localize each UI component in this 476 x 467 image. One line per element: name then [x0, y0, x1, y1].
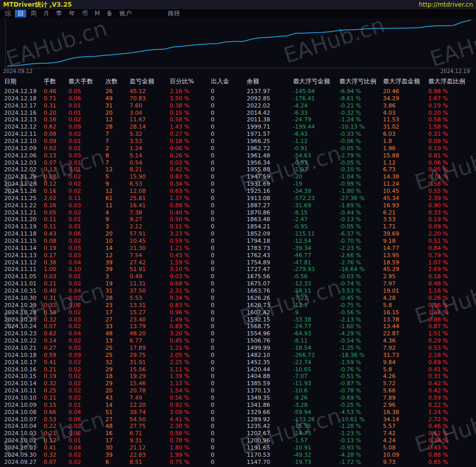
cell: -19: [293, 181, 339, 188]
table-row[interactable]: 2024.10.220.140.02136.770.45 %01506.76-8…: [0, 337, 476, 345]
table-row[interactable]: 2024.11.140.190.031421.301.21 %01783.73-…: [0, 245, 476, 252]
cell: 1.24: [130, 145, 170, 152]
cell: 1370.13: [247, 387, 293, 394]
cell: 10: [105, 238, 130, 245]
table-row[interactable]: 2024.10.040.220.024827.752.30 %01235.42-…: [0, 423, 476, 430]
table-row[interactable]: 2024.11.120.380.043927.421.59 %01754.89-…: [0, 259, 476, 266]
table-row[interactable]: 2024.10.300.310.02285.530.34 %01626.26-7…: [0, 295, 476, 302]
cell: 1913.08: [247, 195, 293, 202]
cell: 2024.10.17: [0, 359, 44, 366]
table-row[interactable]: 2024.10.160.210.022915.561.11 %01420.44-…: [0, 366, 476, 373]
table-row[interactable]: 2024.10.210.270.022517.891.21 %01499.99-…: [0, 345, 476, 352]
table-row[interactable]: 2024.11.150.080.021010.450.59 %01794.18-…: [0, 238, 476, 245]
cell: 2024.10.31: [0, 288, 44, 295]
cell: 2137.97: [247, 88, 293, 95]
menu-tab-月[interactable]: 月: [41, 10, 52, 17]
cell: 0.08: [44, 173, 68, 181]
cell: 2.05 %: [170, 352, 211, 359]
menu-tab-备[interactable]: 备: [104, 10, 115, 17]
table-row[interactable]: 2024.10.070.530.062754.504.41 %01289.92-…: [0, 416, 476, 423]
cell: 3.86: [383, 102, 428, 110]
table-row[interactable]: 2024.11.252.020.116125.811.37 %01913.08-…: [0, 195, 476, 202]
menu-tab-账户[interactable]: 账户: [117, 10, 134, 17]
table-row[interactable]: 2024.10.150.190.021819.291.39 %01404.88-…: [0, 373, 476, 380]
menu-tab-季[interactable]: 季: [53, 10, 65, 17]
table-row[interactable]: 2024.12.120.620.092828.141.43 %01999.71-…: [0, 123, 476, 131]
cell: 0.02: [44, 145, 68, 152]
table-row[interactable]: 2024.11.220.160.031116.410.88 %01887.27-…: [0, 202, 476, 209]
table-row[interactable]: 2024.12.060.130.0385.140.26 %01961.48-54…: [0, 152, 476, 159]
table-row[interactable]: 2024.10.180.590.092529.752.05 %01482.10-…: [0, 352, 476, 359]
path-button[interactable]: 路径: [164, 10, 183, 17]
cell: 0.07: [44, 323, 68, 330]
table-row[interactable]: 2024.09.300.320.023922.831.99 %01170.53-…: [0, 452, 476, 459]
table-row[interactable]: 2024.11.180.430.062057.913.23 %01852.09-…: [0, 230, 476, 238]
cell: 34.29: [383, 95, 428, 102]
table-row[interactable]: 2024.11.210.050.0247.380.40 %01870.86-8.…: [0, 209, 476, 217]
table-row[interactable]: 2024.11.290.080.02515.900.82 %01947.59-2…: [0, 173, 476, 181]
cell: 5.8: [383, 302, 428, 309]
table-row[interactable]: 2024.12.020.120.01128.210.42 %01955.80-1…: [0, 166, 476, 173]
table-row[interactable]: 2024.12.170.310.01317.600.38 %02022.02-4…: [0, 102, 476, 110]
table-row[interactable]: 2024.11.280.120.0296.530.34 %01931.69-19…: [0, 181, 476, 188]
table-row[interactable]: 2024.10.310.400.043137.502.31 %01663.76-…: [0, 288, 476, 295]
table-row[interactable]: 2024.10.010.410.043021.121.80 %01191.65-…: [0, 444, 476, 452]
table-row[interactable]: 2024.11.260.160.021212.080.63 %01925.16-…: [0, 188, 476, 195]
cell: 0.04: [68, 409, 105, 416]
cell: 1966.25: [247, 138, 293, 145]
menu-tab-年[interactable]: 年: [66, 10, 78, 17]
cell: -10.61 %: [339, 416, 383, 423]
table-row[interactable]: 2024.11.200.110.0199.270.50 %01863.48-2.…: [0, 216, 476, 223]
cell: 20: [105, 110, 130, 117]
cell: 0.33 %: [428, 209, 476, 217]
cell: 7.42: [383, 430, 428, 437]
table-row[interactable]: 2024.12.090.020.0121.240.06 %01962.72-0.…: [0, 145, 476, 152]
table-row[interactable]: 2024.10.250.320.032723.401.49 %01592.15-…: [0, 316, 476, 324]
table-row[interactable]: 2024.12.100.090.0173.530.18 %01966.25-1.…: [0, 138, 476, 145]
titlebar-url[interactable]: http://mtdriver.cn: [419, 1, 473, 8]
cell: 0.16: [44, 202, 68, 209]
cell: 48: [105, 330, 130, 337]
menu-tab-日[interactable]: 日: [15, 10, 26, 17]
cell: 0: [211, 302, 247, 309]
table-row[interactable]: 2024.10.140.320.022915.461.13 %01385.59-…: [0, 380, 476, 387]
table-row[interactable]: 2024.11.130.170.03127.540.43 %01762.43-4…: [0, 252, 476, 259]
table-row[interactable]: 2024.12.180.710.064970.833.50 %02092.85-…: [0, 95, 476, 102]
table-row[interactable]: 2024.11.050.030.0130.490.03 %01675.56-0.…: [0, 273, 476, 280]
cell: 0.15: [44, 402, 68, 409]
table-row[interactable]: 2024.11.111.000.103951.913.10 %01727.47-…: [0, 266, 476, 273]
table-row[interactable]: 2024.10.230.620.044848.203.20 %01554.96-…: [0, 330, 476, 337]
table-row[interactable]: 2024.10.020.170.01179.310.78 %01200.96-1…: [0, 437, 476, 444]
menu-tab-周[interactable]: 周: [28, 10, 39, 17]
table-row[interactable]: 2024.12.190.460.052645.122.16 %02137.97-…: [0, 88, 476, 95]
cell: 0.46: [44, 88, 68, 95]
cell: 15.88: [383, 152, 428, 159]
table-row[interactable]: 2024.10.170.410.023231.912.25 %01452.35-…: [0, 359, 476, 366]
cell: 0.74 %: [428, 173, 476, 181]
cell: 0: [211, 145, 247, 152]
cell: 0: [211, 131, 247, 138]
cell: 0.96 %: [170, 309, 211, 316]
table-row[interactable]: 2024.11.010.210.021911.310.68 %01675.07-…: [0, 280, 476, 288]
table-row[interactable]: 2024.10.240.070.023313.790.89 %01568.75-…: [0, 323, 476, 330]
menu-tab-综[interactable]: 综: [2, 10, 13, 17]
table-row[interactable]: 2024.12.130.160.021211.670.58 %02011.38-…: [0, 116, 476, 123]
table-row[interactable]: 2024.10.280.180.021715.270.96 %01607.42-…: [0, 309, 476, 316]
table-row[interactable]: 2024.10.030.210.02166.710.56 %01207.67-1…: [0, 430, 476, 437]
cell: 0.02: [68, 280, 105, 288]
cell: 0.02: [68, 380, 105, 387]
menu-tab-M[interactable]: M: [92, 10, 102, 17]
cell: 2024.12.09: [0, 145, 44, 152]
table-row[interactable]: 2024.12.110.080.0275.320.27 %01971.57-6.…: [0, 131, 476, 138]
cell: 0.19: [44, 245, 68, 252]
table-row[interactable]: 2024.10.100.210.02437.490.56 %01349.35-9…: [0, 394, 476, 402]
table-row[interactable]: 2024.12.160.200.01203.040.15 %02014.42-6…: [0, 110, 476, 117]
table-row[interactable]: 2024.10.110.250.022020.781.54 %01370.13-…: [0, 387, 476, 394]
table-row[interactable]: 2024.09.270.070.0268.510.75 %01147.70-19…: [0, 459, 476, 466]
table-row[interactable]: 2024.10.080.660.045139.743.09 %01329.66-…: [0, 409, 476, 416]
table-row[interactable]: 2024.10.090.150.011412.200.92 %01341.86-…: [0, 402, 476, 409]
menu-tab-币[interactable]: 币: [79, 10, 90, 17]
table-row[interactable]: 2024.11.190.110.0132.120.11 %01854.21-0.…: [0, 223, 476, 230]
table-row[interactable]: 2024.12.030.070.0170.540.03 %01956.34-0.…: [0, 159, 476, 167]
table-row[interactable]: 2024.10.290.310.022313.310.83 %01620.73-…: [0, 302, 476, 309]
